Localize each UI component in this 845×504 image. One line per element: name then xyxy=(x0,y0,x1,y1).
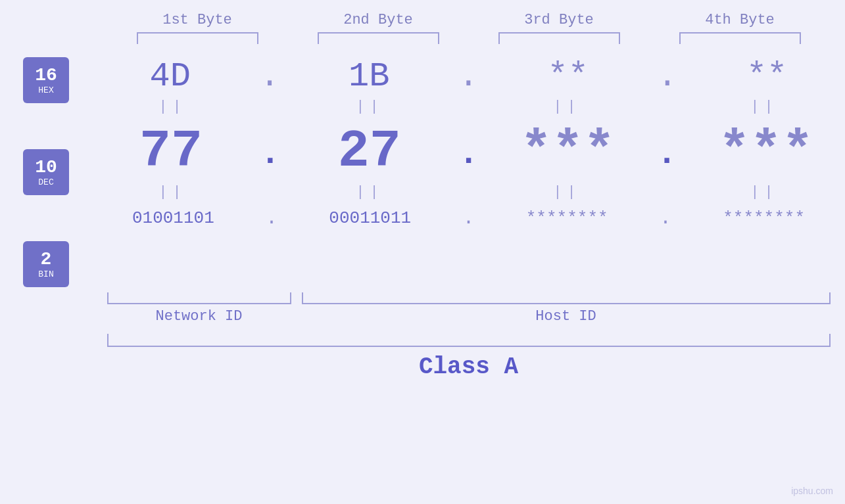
bin-val-4: ******** xyxy=(723,208,805,228)
dec-cell-2: 27 xyxy=(297,122,442,181)
bin-val-1: 01001101 xyxy=(132,208,214,228)
hex-dot-2: . xyxy=(458,57,479,96)
eq-cell-3: || xyxy=(495,99,640,115)
dec-dot-2: . xyxy=(458,135,479,181)
hex-badge-text: HEX xyxy=(38,86,53,95)
hex-badge: 16 HEX xyxy=(23,57,69,103)
badges-column: 16 HEX 10 DEC 2 BIN xyxy=(0,51,92,287)
bin-val-2: 00011011 xyxy=(329,208,411,228)
hex-cell-2: 1B xyxy=(297,57,441,96)
dec-val-4: *** xyxy=(719,122,813,181)
dec-badge: 10 DEC xyxy=(23,149,69,195)
bin-cell-1: 01001101 xyxy=(101,208,245,228)
bin-badge: 2 BIN xyxy=(23,241,69,287)
eq2-cell-2: || xyxy=(298,184,443,200)
host-id-label: Host ID xyxy=(302,308,831,325)
equals-row-2: || || || || xyxy=(92,184,845,200)
bin-badge-number: 2 xyxy=(41,250,52,269)
top-bracket-4 xyxy=(679,32,801,44)
byte-label-3: 3rd Byte xyxy=(487,12,631,28)
hex-val-2: 1B xyxy=(349,57,389,96)
byte-label-1: 1st Byte xyxy=(125,12,270,28)
bottom-labels-row: Network ID Host ID xyxy=(107,308,831,325)
hex-val-3: ** xyxy=(547,57,588,96)
top-brackets-row xyxy=(107,32,831,44)
eq-cell-1: || xyxy=(101,99,245,115)
hex-val-1: 4D xyxy=(150,57,191,96)
hex-val-4: ** xyxy=(746,57,787,96)
byte-label-2: 2nd Byte xyxy=(306,12,450,28)
class-label: Class A xyxy=(419,354,518,380)
values-grid: 4D . 1B . ** . ** || || xyxy=(92,51,845,229)
class-label-row: Class A xyxy=(107,354,831,380)
network-id-label: Network ID xyxy=(107,308,291,325)
watermark: ipshu.com xyxy=(791,486,833,496)
eq2-cell-3: || xyxy=(495,184,640,200)
bin-row: 01001101 . 00011011 . ******** . *******… xyxy=(92,207,845,229)
dec-cell-3: *** xyxy=(495,122,640,181)
top-bracket-2 xyxy=(318,32,439,44)
main-content-area: 16 HEX 10 DEC 2 BIN 4D . 1B xyxy=(0,51,845,287)
bin-dot-3: . xyxy=(660,207,671,229)
eq2-cell-4: || xyxy=(692,184,837,200)
eq-cell-4: || xyxy=(692,99,837,115)
bin-dot-1: . xyxy=(266,207,278,229)
network-id-bracket xyxy=(107,292,291,304)
bin-cell-4: ******** xyxy=(692,208,836,228)
dec-row: 77 . 27 . *** . *** xyxy=(92,122,845,181)
hex-cell-1: 4D xyxy=(98,57,243,96)
dec-dot-3: . xyxy=(656,135,677,181)
host-id-bracket xyxy=(302,292,831,304)
byte-label-4: 4th Byte xyxy=(667,12,812,28)
top-bracket-1 xyxy=(137,32,258,44)
dec-badge-number: 10 xyxy=(35,158,57,177)
hex-cell-4: ** xyxy=(694,57,839,96)
main-container: 1st Byte 2nd Byte 3rd Byte 4th Byte 16 H… xyxy=(0,0,845,504)
equals-row-1: || || || || xyxy=(92,99,845,115)
class-bracket xyxy=(107,334,831,347)
eq2-cell-1: || xyxy=(101,184,245,200)
dec-val-1: 77 xyxy=(139,122,203,181)
bin-badge-text: BIN xyxy=(38,270,53,279)
dec-cell-4: *** xyxy=(694,122,838,181)
hex-row: 4D . 1B . ** . ** xyxy=(92,57,845,96)
bin-cell-2: 00011011 xyxy=(298,208,443,228)
class-bracket-row xyxy=(107,334,831,347)
bottom-brackets-row xyxy=(107,292,831,304)
top-bracket-3 xyxy=(498,32,620,44)
byte-labels-row: 1st Byte 2nd Byte 3rd Byte 4th Byte xyxy=(107,12,831,28)
bin-val-3: ******** xyxy=(526,208,608,228)
dec-cell-1: 77 xyxy=(99,122,243,181)
dec-badge-text: DEC xyxy=(38,178,53,187)
hex-badge-number: 16 xyxy=(35,66,57,85)
eq-cell-2: || xyxy=(298,99,443,115)
hex-dot-3: . xyxy=(657,57,677,96)
bin-dot-2: . xyxy=(462,207,474,229)
hex-dot-1: . xyxy=(259,57,279,96)
dec-dot-1: . xyxy=(260,135,280,181)
hex-cell-3: ** xyxy=(496,57,640,96)
dec-val-2: 27 xyxy=(338,122,401,181)
dec-val-3: *** xyxy=(520,122,615,181)
bin-cell-3: ******** xyxy=(495,208,639,228)
